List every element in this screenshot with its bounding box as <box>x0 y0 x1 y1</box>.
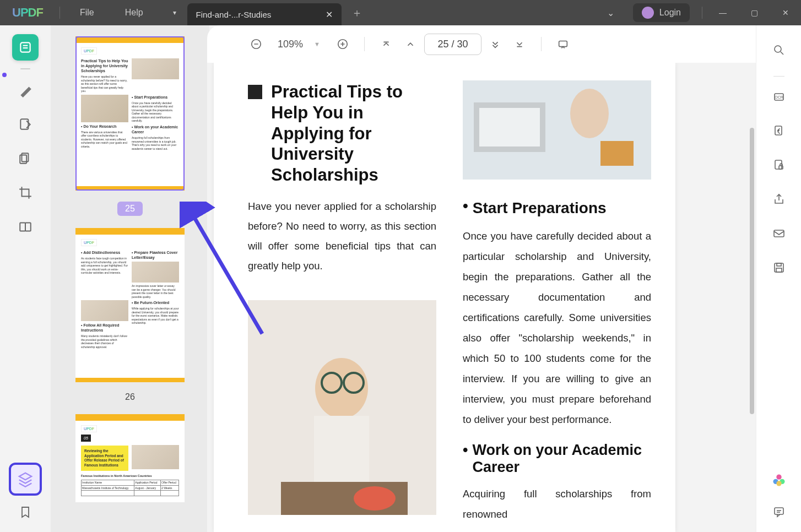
body-start: Once you have carefully decided about a … <box>463 226 651 430</box>
first-page-button[interactable] <box>376 34 397 55</box>
svg-rect-38 <box>776 268 782 272</box>
prev-page-button[interactable] <box>400 34 421 55</box>
scrollbar-thumb[interactable] <box>750 128 754 414</box>
svg-rect-26 <box>600 141 634 166</box>
thumb-sub: • Prepare Flawless Cover Letter/Essay <box>132 250 179 260</box>
login-button[interactable]: Login <box>633 3 690 22</box>
svg-rect-43 <box>775 508 783 514</box>
menu-help[interactable]: Help <box>110 8 159 18</box>
avatar-icon <box>642 7 654 19</box>
subheading-work: •Work on your Academic Career <box>463 442 651 476</box>
window-close-icon[interactable]: ✕ <box>770 8 801 17</box>
content-image <box>248 300 436 515</box>
svg-text:OCR: OCR <box>775 95 783 99</box>
svg-rect-7 <box>25 222 31 231</box>
heading-marker <box>248 85 262 99</box>
menu-file[interactable]: File <box>64 8 110 18</box>
next-page-button[interactable] <box>485 34 506 55</box>
login-label: Login <box>659 8 681 18</box>
app-logo: UPDF <box>0 6 55 20</box>
highlighter-tool[interactable] <box>12 77 39 104</box>
thumb-sub: • Do Your Research <box>81 124 128 129</box>
share-icon[interactable] <box>768 189 789 210</box>
thumbnail-page-25[interactable]: UPDF Practical Tips to Help You in Apply… <box>75 36 185 191</box>
thumb-sub: • Work on your Academic Career <box>132 124 179 134</box>
thumb-title: Practical Tips to Help You in Applying f… <box>81 58 128 73</box>
separator <box>702 7 702 19</box>
document-page: Practical Tips to Help You in Applying f… <box>214 63 675 532</box>
svg-rect-15 <box>559 41 567 47</box>
thumb-sub: • Follow All Required Instructions <box>81 323 128 333</box>
convert-icon[interactable] <box>768 121 789 142</box>
thumb-band: Reviewing the Application Period and Off… <box>81 446 128 471</box>
add-tab-button[interactable]: ＋ <box>346 6 368 20</box>
presentation-button[interactable] <box>553 34 573 55</box>
svg-rect-37 <box>777 263 781 266</box>
svg-rect-4 <box>22 153 29 161</box>
zoom-out-button[interactable] <box>246 34 267 55</box>
ai-assistant-icon[interactable] <box>771 473 787 490</box>
comment-icon[interactable] <box>768 501 789 522</box>
thumb-logo: UPDF <box>81 425 97 432</box>
thumb-sub: • Add Distinctiveness <box>81 250 128 255</box>
thumbnails-panel-toggle[interactable] <box>9 463 42 496</box>
tab-dropdown[interactable]: ▾ <box>165 4 184 21</box>
compare-tool[interactable] <box>12 214 39 240</box>
tabs-overflow-icon[interactable]: ⌄ <box>596 8 625 18</box>
protect-icon[interactable] <box>768 155 789 176</box>
window-minimize-icon[interactable]: — <box>707 8 739 17</box>
reader-tool[interactable] <box>12 34 39 61</box>
title-bar: UPDF File Help ▾ Find-and-...r-Studies ✕… <box>0 0 801 25</box>
bookmark-tool[interactable] <box>19 506 32 521</box>
tab-title: Find-and-...r-Studies <box>196 10 272 19</box>
body-work: Acquiring full scholarships from renowne… <box>463 484 651 524</box>
window-maximize-icon[interactable]: ▢ <box>739 8 770 17</box>
separator <box>364 37 365 51</box>
svg-rect-25 <box>479 108 540 146</box>
svg-rect-6 <box>20 222 25 231</box>
document-tab[interactable]: Find-and-...r-Studies ✕ <box>187 3 342 25</box>
thumb-sub: • Start Preparations <box>132 95 179 100</box>
page-area[interactable]: Practical Tips to Help You in Applying f… <box>207 63 756 532</box>
search-icon[interactable] <box>768 40 789 61</box>
thumb-table-title: Famous Institutions in North American Co… <box>81 474 179 478</box>
page-heading: Practical Tips to Help You in Applying f… <box>271 82 436 186</box>
save-icon[interactable] <box>768 257 789 278</box>
thumbnail-label-25: 25 <box>117 202 143 216</box>
subheading-start: •Start Preparations <box>463 199 651 217</box>
content-image <box>463 80 651 180</box>
thumbnail-label-26: 26 <box>125 388 135 414</box>
svg-line-29 <box>781 52 783 55</box>
svg-point-22 <box>354 486 396 511</box>
pages-tool[interactable] <box>12 145 39 172</box>
thumbnail-page-26[interactable]: UPDF • Add DistinctivenessAs students fa… <box>75 228 185 382</box>
thumb-chapter-num: 05 <box>81 435 91 442</box>
svg-rect-35 <box>774 230 784 237</box>
zoom-dropdown-icon[interactable]: ▼ <box>314 41 329 47</box>
indicator-dot <box>2 73 7 77</box>
page-number-input[interactable]: 25 / 30 <box>424 34 481 55</box>
email-icon[interactable] <box>768 223 789 244</box>
last-page-button[interactable] <box>509 34 530 55</box>
thumbnails-panel: UPDF Practical Tips to Help You in Apply… <box>51 25 209 532</box>
zoom-in-button[interactable] <box>332 34 353 55</box>
crop-tool[interactable] <box>12 180 39 206</box>
separator <box>773 76 784 77</box>
viewer: 109% ▼ 25 / 30 Practical Tips to Help Yo… <box>207 25 756 532</box>
separator <box>541 37 542 51</box>
thumbnail-page-27[interactable]: UPDF 05 Reviewing the Application Period… <box>75 414 185 502</box>
tab-close-icon[interactable]: ✕ <box>316 9 333 20</box>
svg-point-42 <box>776 481 781 486</box>
edit-tool[interactable] <box>12 111 39 138</box>
svg-rect-33 <box>775 160 782 169</box>
svg-point-28 <box>775 46 781 52</box>
zoom-value[interactable]: 109% <box>270 39 311 50</box>
left-tool-rail <box>0 25 51 532</box>
ocr-icon[interactable]: OCR <box>768 86 789 107</box>
svg-point-27 <box>570 89 609 138</box>
svg-rect-18 <box>314 416 369 482</box>
intro-text: Have you never applied for a scholarship… <box>248 197 436 276</box>
svg-rect-34 <box>779 166 783 169</box>
thumb-logo: UPDF <box>81 47 97 55</box>
separator <box>20 68 30 69</box>
